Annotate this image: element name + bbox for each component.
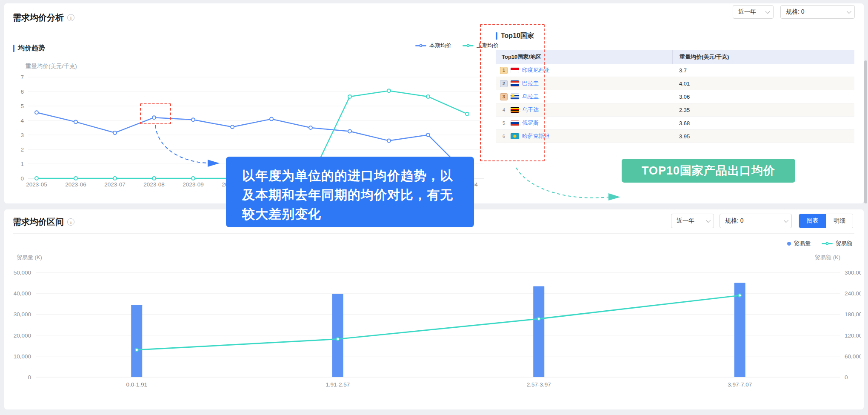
x-tick-label: 2023-05 — [26, 181, 47, 188]
rank-badge: 5 — [500, 120, 508, 127]
left-y-tick-label: 50,000 — [14, 269, 31, 276]
avg-price-value: 3.95 — [672, 133, 854, 140]
vertical-scrollbar[interactable] — [864, 60, 867, 203]
y-tick-label: 2 — [20, 146, 24, 153]
avg-price-value: 4.01 — [672, 80, 854, 87]
spec-dropdown-2[interactable]: 规格: 0 — [720, 214, 792, 228]
trend-chart-legend: 本期均价上期均价 — [415, 42, 499, 49]
y-axis-title: 重量均价(美元/千克) — [26, 63, 77, 69]
x-tick-label: 2023-07 — [104, 181, 126, 188]
legend-line-icon — [463, 45, 474, 46]
country-link[interactable]: 巴拉圭 — [522, 80, 539, 87]
divider — [13, 33, 854, 33]
spec-dropdown-value: 规格: 0 — [786, 8, 805, 16]
table-row: 4乌干达2.35 — [496, 103, 854, 117]
divider — [13, 233, 854, 234]
price-range-chart: 0010,00060,00020,000120,00030,000180,000… — [4, 268, 861, 396]
info-icon[interactable]: i — [67, 218, 74, 226]
legend-label: 上期均价 — [477, 42, 499, 49]
table-body: 1印度尼西亚3.72巴拉圭4.013乌拉圭3.064乌干达2.355俄罗斯3.6… — [496, 64, 854, 143]
trade-volume-bar[interactable] — [332, 294, 343, 377]
x-category-label: 2.57-3.97 — [527, 381, 551, 388]
x-tick-label: 2023-06 — [65, 181, 86, 188]
x-tick-label: 2023-09 — [183, 181, 204, 188]
period-dropdown-2[interactable]: 近一年 — [671, 214, 714, 228]
rank-badge: 6 — [500, 133, 508, 140]
demand-price-range-panel: 需求均价区间 i 近一年 规格: 0 图表 明细 贸易量贸易额 贸易量 (K) … — [4, 209, 864, 409]
view-toggle: 图表 明细 — [799, 214, 853, 228]
uruguay-flag-icon — [511, 94, 519, 100]
trade-volume-bar[interactable] — [533, 286, 544, 377]
chart-view-button[interactable]: 图表 — [799, 214, 826, 228]
right-y-tick-label: 180,000 — [845, 311, 861, 318]
avg-price-value: 3.7 — [672, 67, 854, 74]
panel2-title-row: 需求均价区间 i — [13, 216, 74, 228]
left-axis-title: 贸易量 (K) — [17, 254, 42, 261]
table-row: 5俄罗斯3.68 — [496, 117, 854, 130]
legend-item-上期均价[interactable]: 上期均价 — [463, 42, 499, 49]
kazakhstan-flag-icon — [511, 133, 519, 139]
period-dropdown[interactable]: 近一年 — [733, 5, 774, 19]
rank-badge: 4 — [500, 106, 508, 114]
country-link[interactable]: 乌拉圭 — [522, 93, 539, 100]
left-y-tick-label: 20,000 — [14, 332, 31, 339]
chevron-down-icon — [706, 218, 711, 223]
rank-badge: 2 — [500, 80, 508, 87]
period-dropdown-2-value: 近一年 — [677, 217, 694, 225]
trade-volume-bar[interactable] — [131, 305, 142, 377]
y-tick-label: 1 — [20, 161, 24, 167]
column-header-avg-price: 重量均价(美元/千克) — [672, 50, 854, 64]
legend-item-贸易量[interactable]: 贸易量 — [787, 240, 811, 247]
spec-dropdown[interactable]: 规格: 0 — [780, 5, 855, 19]
panel1-title: 需求均价分析 — [13, 12, 64, 23]
y-tick-label: 0 — [20, 175, 24, 182]
right-axis-title: 贸易额 (K) — [815, 254, 840, 261]
avg-price-value: 3.06 — [672, 94, 854, 100]
right-y-tick-label: 60,000 — [845, 353, 861, 360]
top10-section-text: Top10国家 — [501, 31, 534, 40]
legend-item-本期均价[interactable]: 本期均价 — [415, 42, 451, 49]
table-header-row: Top10国家/地区 重量均价(美元/千克) — [496, 50, 854, 64]
avg-price-value: 2.35 — [672, 107, 854, 113]
detail-view-button[interactable]: 明细 — [826, 214, 853, 228]
panel2-title: 需求均价区间 — [13, 216, 64, 228]
top10-section-label: Top10国家 — [496, 31, 534, 40]
top10-countries-table: Top10国家/地区 重量均价(美元/千克) 1印度尼西亚3.72巴拉圭4.01… — [496, 50, 854, 143]
y-tick-label: 6 — [20, 89, 24, 95]
chevron-down-icon — [847, 9, 851, 14]
rank-badge: 3 — [500, 93, 508, 100]
right-y-tick-label: 300,000 — [845, 269, 861, 276]
period-dropdown-value: 近一年 — [738, 8, 756, 16]
x-category-label: 3.97-7.07 — [728, 381, 752, 388]
legend-dot-icon — [787, 242, 791, 246]
uganda-flag-icon — [511, 107, 519, 113]
column-header-country: Top10国家/地区 — [496, 50, 672, 64]
section-accent-bar — [496, 32, 497, 40]
russia-flag-icon — [511, 120, 519, 126]
table-row: 6哈萨克斯坦3.95 — [496, 130, 854, 143]
y-tick-label: 7 — [20, 74, 24, 80]
legend-line-icon — [415, 45, 426, 46]
left-y-tick-label: 30,000 — [14, 311, 31, 318]
right-y-tick-label: 240,000 — [845, 290, 861, 297]
x-category-label: 1.91-2.57 — [326, 381, 350, 388]
country-link[interactable]: 哈萨克斯坦 — [522, 132, 550, 140]
y-tick-label: 3 — [20, 132, 24, 138]
country-link[interactable]: 乌干达 — [522, 106, 539, 114]
legend-label: 本期均价 — [429, 42, 451, 49]
trade-value-line — [137, 295, 740, 350]
y-tick-label: 4 — [20, 117, 24, 124]
spec-dropdown-2-value: 规格: 0 — [725, 217, 744, 225]
table-row: 2巴拉圭4.01 — [496, 77, 854, 90]
country-link[interactable]: 印度尼西亚 — [522, 66, 550, 74]
legend-item-贸易额[interactable]: 贸易额 — [822, 240, 852, 247]
x-category-label: 0.0-1.91 — [126, 381, 147, 388]
info-icon[interactable]: i — [67, 14, 74, 21]
chevron-down-icon — [784, 218, 788, 223]
blue-annotation-note: 以年度为单位的的进口均价趋势，以及本期和去年同期的均价对比，有无较大差别变化 — [226, 157, 474, 227]
right-y-tick-label: 0 — [845, 374, 848, 381]
left-y-tick-label: 40,000 — [14, 290, 31, 297]
country-link[interactable]: 俄罗斯 — [522, 119, 539, 127]
paraguay-flag-icon — [511, 80, 519, 86]
x-tick-label: 2023-08 — [143, 181, 165, 188]
